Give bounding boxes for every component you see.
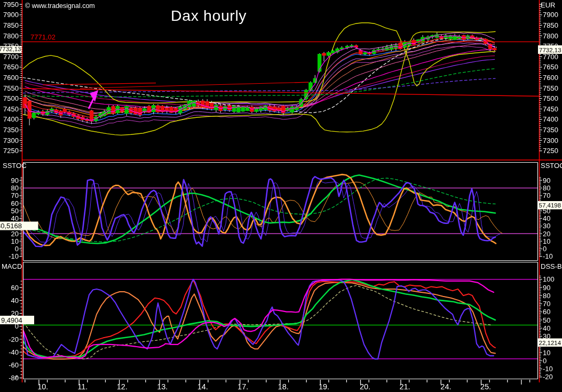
- svg-text:7550: 7550: [543, 84, 558, 92]
- svg-text:90: 90: [11, 177, 19, 185]
- svg-text:7250: 7250: [543, 147, 558, 155]
- svg-text:80: 80: [543, 184, 550, 192]
- svg-text:22,1214: 22,1214: [539, 340, 561, 346]
- svg-text:0: 0: [543, 245, 547, 253]
- svg-text:17.: 17.: [238, 382, 248, 391]
- svg-text:70: 70: [543, 300, 550, 308]
- svg-text:40: 40: [543, 324, 550, 332]
- svg-text:10: 10: [11, 237, 19, 245]
- svg-text:EUR: EUR: [541, 1, 555, 9]
- svg-text:70: 70: [11, 191, 19, 199]
- svg-text:7500: 7500: [3, 94, 19, 102]
- svg-text:50: 50: [11, 207, 19, 215]
- svg-text:7300: 7300: [3, 137, 19, 145]
- svg-text:7950: 7950: [3, 1, 19, 9]
- svg-text:30: 30: [543, 222, 550, 230]
- svg-text:18.: 18.: [278, 382, 289, 391]
- svg-text:-60: -60: [9, 361, 19, 369]
- svg-text:50: 50: [543, 316, 550, 324]
- svg-text:60: 60: [11, 199, 19, 207]
- svg-text:7771,02: 7771,02: [30, 33, 56, 41]
- svg-text:n: n: [15, 374, 19, 380]
- svg-text:60: 60: [543, 308, 550, 316]
- svg-text:9,4904: 9,4904: [1, 316, 22, 324]
- svg-text:7732,13: 7732,13: [0, 46, 21, 52]
- svg-text:57,4198: 57,4198: [539, 202, 561, 209]
- svg-text:40: 40: [543, 214, 550, 222]
- svg-text:7350: 7350: [3, 126, 19, 134]
- svg-text:14.: 14.: [197, 382, 208, 391]
- svg-text:7400: 7400: [3, 115, 19, 123]
- svg-text:7700: 7700: [3, 53, 19, 61]
- svg-text:7850: 7850: [543, 21, 558, 29]
- svg-text:13.: 13.: [157, 382, 168, 391]
- svg-text:7250: 7250: [3, 147, 19, 155]
- svg-text:7900: 7900: [3, 11, 19, 19]
- svg-text:7800: 7800: [543, 32, 558, 40]
- svg-text:SSTOC: SSTOC: [3, 162, 27, 170]
- svg-text:-10: -10: [9, 252, 19, 260]
- svg-text:7300: 7300: [543, 137, 558, 145]
- svg-text:24.: 24.: [440, 382, 451, 391]
- svg-text:20: 20: [11, 230, 19, 238]
- svg-text:7900: 7900: [543, 11, 558, 19]
- svg-text:7850: 7850: [3, 21, 19, 29]
- svg-text:0: 0: [15, 245, 19, 253]
- svg-text:7400: 7400: [543, 115, 558, 123]
- svg-text:-20: -20: [9, 335, 19, 343]
- svg-text:80: 80: [543, 292, 550, 300]
- svg-text:7550: 7550: [3, 84, 19, 92]
- svg-text:-10: -10: [543, 365, 553, 373]
- svg-text:7800: 7800: [3, 32, 19, 40]
- svg-text:25.: 25.: [480, 382, 491, 391]
- svg-text:20.: 20.: [360, 382, 370, 391]
- svg-text:Dax hourly: Dax hourly: [171, 7, 247, 24]
- svg-text:SSTOC: SSTOC: [541, 162, 562, 170]
- svg-text:60: 60: [11, 284, 19, 292]
- svg-text:DSS-BLAU: DSS-BLAU: [541, 262, 562, 270]
- svg-text:-10: -10: [543, 252, 553, 260]
- svg-text:10: 10: [543, 237, 550, 245]
- svg-text:-40: -40: [9, 348, 19, 356]
- svg-text:90: 90: [543, 284, 550, 292]
- svg-text:7732,13: 7732,13: [539, 47, 561, 53]
- svg-text:7600: 7600: [3, 74, 19, 82]
- svg-text:7450: 7450: [3, 105, 19, 113]
- svg-text:© www.tradesignal.com: © www.tradesignal.com: [25, 2, 95, 10]
- svg-text:100: 100: [543, 275, 555, 283]
- svg-text:7500: 7500: [543, 94, 558, 102]
- svg-text:80: 80: [11, 184, 19, 192]
- svg-text:40: 40: [11, 214, 19, 222]
- svg-text:12.: 12.: [117, 382, 128, 391]
- svg-text:20: 20: [543, 230, 550, 238]
- svg-text:30,5168: 30,5168: [0, 222, 22, 230]
- svg-text:7650: 7650: [3, 63, 19, 71]
- svg-text:90: 90: [543, 177, 550, 185]
- svg-text:0: 0: [543, 357, 547, 365]
- svg-text:7350: 7350: [543, 126, 558, 134]
- svg-text:7700: 7700: [543, 53, 558, 61]
- svg-text:7450: 7450: [543, 105, 558, 113]
- svg-text:40: 40: [11, 297, 19, 305]
- svg-text:70: 70: [543, 191, 550, 199]
- svg-text:MACD: MACD: [2, 262, 22, 270]
- svg-text:7650: 7650: [543, 63, 558, 71]
- svg-text:-20: -20: [543, 373, 553, 381]
- svg-text:7600: 7600: [543, 74, 558, 82]
- svg-text:10: 10: [543, 349, 550, 357]
